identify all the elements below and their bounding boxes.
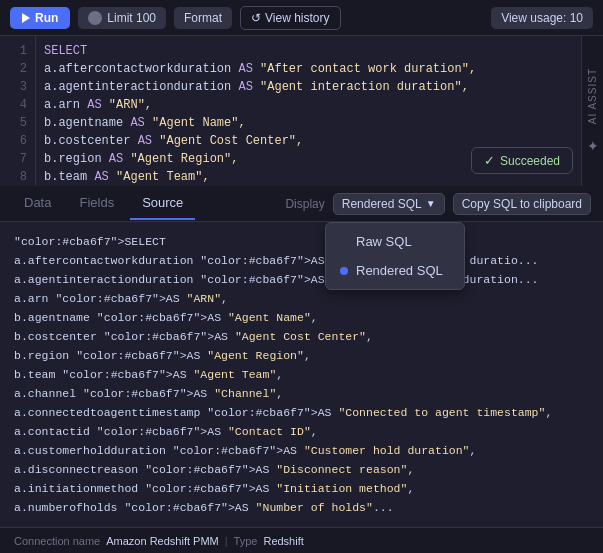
empty-dot (340, 238, 348, 246)
rendered-sql-option: Rendered SQL (356, 263, 443, 278)
tabs-bar: Data Fields Source Display Rendered SQL … (0, 186, 603, 222)
copy-sql-label: Copy SQL to clipboard (462, 197, 582, 211)
results-scroll[interactable]: "color:#cba6f7">SELECT a.aftercontactwor… (0, 222, 603, 553)
sparkle-icon: ✦ (587, 138, 599, 154)
view-usage-label: View usage: 10 (501, 11, 583, 25)
type-value: Redshift (263, 535, 303, 547)
dropdown-rendered-sql[interactable]: Rendered SQL (326, 256, 464, 285)
bottom-section: Data Fields Source Display Rendered SQL … (0, 186, 603, 553)
display-label: Display (285, 197, 324, 211)
toolbar: Run Limit 100 Format ↺ View history View… (0, 0, 603, 36)
dropdown-raw-sql[interactable]: Raw SQL (326, 227, 464, 256)
display-select-button[interactable]: Rendered SQL ▼ (333, 193, 445, 215)
status-bar: Connection name Amazon Redshift PMM | Ty… (0, 527, 603, 553)
run-button[interactable]: Run (10, 7, 70, 29)
display-dropdown: Display Rendered SQL ▼ Copy SQL to clipb… (285, 193, 591, 215)
play-icon (22, 13, 30, 23)
ai-assist-bar[interactable]: AI ASSIST ✦ (581, 36, 603, 186)
active-dot (340, 267, 348, 275)
connection-value: Amazon Redshift PMM (106, 535, 218, 547)
success-label: Succeeded (500, 154, 560, 168)
editor-area: 1234567891011121314151617 SELECT a.after… (0, 36, 603, 186)
line-numbers: 1234567891011121314151617 (0, 36, 36, 186)
view-usage-button[interactable]: View usage: 10 (491, 7, 593, 29)
chevron-down-icon: ▼ (426, 198, 436, 209)
tab-source[interactable]: Source (130, 187, 195, 220)
format-label: Format (184, 11, 222, 25)
limit-label: Limit 100 (107, 11, 156, 25)
success-badge: ✓ Succeeded (471, 147, 573, 174)
tab-fields[interactable]: Fields (67, 187, 126, 220)
tab-data[interactable]: Data (12, 187, 63, 220)
history-button[interactable]: ↺ View history (240, 6, 340, 30)
connection-label: Connection name (14, 535, 100, 547)
check-icon: ✓ (484, 153, 495, 168)
format-button[interactable]: Format (174, 7, 232, 29)
history-label: View history (265, 11, 329, 25)
dropdown-menu: Raw SQL Rendered SQL (325, 222, 465, 290)
limit-button[interactable]: Limit 100 (78, 7, 166, 29)
ai-assist-label: AI ASSIST (587, 68, 598, 124)
history-icon: ↺ (251, 11, 261, 25)
type-label: Type (234, 535, 258, 547)
results-area: "color:#cba6f7">SELECT a.aftercontactwor… (0, 222, 603, 527)
main-wrapper: 1234567891011121314151617 SELECT a.after… (0, 36, 603, 553)
copy-sql-button[interactable]: Copy SQL to clipboard (453, 193, 591, 215)
raw-sql-option: Raw SQL (356, 234, 412, 249)
run-label: Run (35, 11, 58, 25)
toggle-dot (88, 11, 102, 25)
display-current: Rendered SQL (342, 197, 422, 211)
status-separator: | (225, 535, 228, 547)
